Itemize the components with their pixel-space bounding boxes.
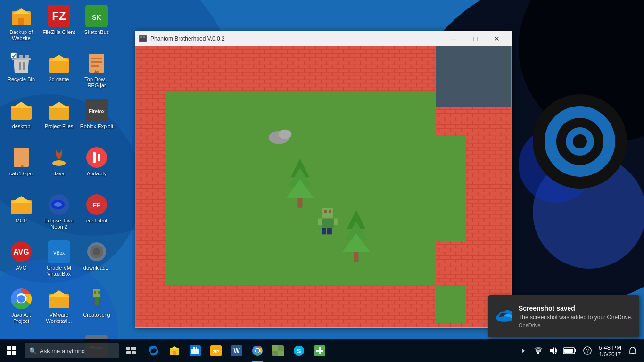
svg-marker-47 [11,196,32,203]
explorer-icon [168,344,181,357]
svg-rect-148 [537,352,539,354]
icon-desktop[interactable]: desktop [2,97,40,144]
maximize-button[interactable]: □ [464,31,486,46]
start-button[interactable] [0,339,23,362]
svg-marker-35 [11,102,32,108]
icon-javaai[interactable]: VMware Workstati... [40,285,78,332]
svg-text:ZIP: ZIP [213,349,219,354]
taskbar-store[interactable] [185,339,206,362]
svg-rect-131 [196,347,197,351]
svg-point-103 [279,130,292,139]
icon-coolhtml[interactable]: FF cool.html [78,191,116,238]
icon-eclipse[interactable]: Eclipse Java Neon 2 [40,191,78,238]
svg-point-11 [566,127,594,156]
icon-project-files[interactable]: Project Files [40,97,78,144]
task-view-button[interactable] [121,339,141,362]
onedrive-notification[interactable]: Screenshot saved The screenshot was adde… [488,295,639,337]
svg-rect-72 [97,305,99,309]
search-box[interactable]: 🔍 Ask me anything [25,343,119,358]
svg-rect-115 [327,228,332,234]
icon-recycle-bin[interactable]: Recycle Bin [2,49,40,97]
svg-text:FF: FF [92,201,101,209]
svg-text:W: W [233,347,240,354]
word-icon: W [230,344,243,357]
svg-point-120 [497,316,512,322]
taskbar-edge[interactable] [143,339,164,362]
tray-volume[interactable] [546,339,561,362]
svg-rect-22 [25,55,29,58]
svg-rect-129 [191,349,199,354]
green-app-icon [313,344,326,357]
svg-rect-31 [91,61,102,63]
svg-text:.jar: .jar [18,164,24,168]
taskbar-skype[interactable]: S [289,339,309,362]
svg-rect-124 [132,351,136,354]
icon-java[interactable]: Java [40,144,78,191]
taskbar-chrome[interactable] [247,339,268,362]
tray-battery[interactable] [561,339,580,362]
icon-backup-website[interactable]: Backup of Website [2,2,40,49]
icon-filezilla[interactable]: FZ FileZilla Client [40,2,78,49]
svg-rect-111 [322,219,334,228]
system-tray: ? 6:48 PM 1/6/2017 [516,339,644,362]
svg-rect-94 [436,196,466,241]
svg-rect-92 [436,136,466,196]
svg-rect-66 [94,291,96,294]
icon-download[interactable]: download... [78,238,116,285]
notification-content: Screenshot saved The screenshot was adde… [519,304,634,328]
svg-text:AVG: AVG [13,248,29,256]
svg-rect-113 [334,219,338,225]
taskbar-explorer[interactable] [164,339,185,362]
search-text: Ask me anything [40,347,85,354]
svg-rect-108 [322,208,333,219]
icon-avg[interactable]: AVG AVG [2,238,40,285]
taskbar-winzip[interactable]: ZIP [206,339,226,362]
icon-topdow-jar[interactable]: .jar Top Dow... RPG.jar [78,49,116,97]
svg-point-59 [93,248,100,255]
notifications-button[interactable] [625,339,640,362]
icon-2dgame[interactable]: 2d game [40,49,78,97]
tray-help[interactable]: ? [580,339,595,362]
svg-rect-77 [143,36,145,38]
icon-creator[interactable]: Creator.png [78,285,116,332]
icon-roblox[interactable]: Firefox Roblox Exploit [78,97,116,144]
tray-chevron[interactable] [516,339,531,362]
pinned-apps: ZIP W [143,339,330,362]
app-window: Phantom Brotherhood V.0.0.2 ─ □ ✕ [135,31,512,328]
taskbar-minecraft[interactable] [268,339,289,362]
svg-rect-15 [18,18,24,25]
svg-point-138 [256,349,259,353]
svg-rect-45 [98,154,100,161]
icon-mcp[interactable]: MCP [2,191,40,238]
svg-rect-152 [575,349,576,352]
taskbar-word[interactable]: W [226,339,247,362]
chrome-tb-icon [251,344,264,357]
window-title: Phantom Brotherhood V.0.0.2 [150,35,443,42]
taskbar-green-app[interactable] [309,339,330,362]
icon-virtualbox[interactable]: VBox Oracle VM VirtualBox [40,238,78,285]
svg-rect-70 [99,298,101,305]
svg-rect-76 [140,36,142,38]
winzip-icon: ZIP [209,344,223,357]
search-icon: 🔍 [29,347,37,354]
game-canvas [135,46,512,327]
window-controls: ─ □ ✕ [443,31,508,46]
icon-audacity[interactable]: Audacity [78,144,116,191]
icon-chrome[interactable]: Java A.I. Project [2,285,40,332]
minimize-button[interactable]: ─ [443,31,464,46]
window-titlebar[interactable]: Phantom Brotherhood V.0.0.2 ─ □ ✕ [135,31,512,46]
svg-rect-69 [92,298,95,305]
close-button[interactable]: ✕ [486,31,508,46]
svg-rect-146 [319,347,321,354]
svg-text:VBox: VBox [53,250,65,255]
svg-rect-156 [632,353,634,354]
svg-rect-67 [98,291,100,294]
icon-sketchbus[interactable]: SK SketchBus [78,2,116,49]
clock[interactable]: 6:48 PM 1/6/2017 [595,339,625,362]
tray-network[interactable] [531,339,546,362]
svg-marker-64 [49,290,69,297]
svg-point-10 [556,118,603,165]
icon-calv[interactable]: .jar calv1.0.jar [2,144,40,191]
desktop-icons: Backup of Website FZ FileZilla Client SK… [0,0,127,339]
svg-rect-97 [436,286,466,323]
